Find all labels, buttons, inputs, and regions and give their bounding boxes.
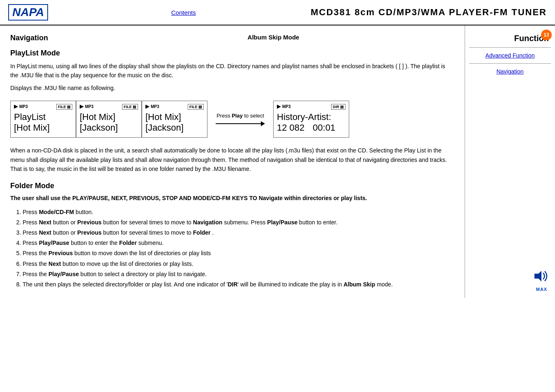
folder-mode-heading: Folder Mode (10, 182, 454, 190)
box3-tag1: MP3 (151, 104, 159, 109)
display-boxes-row: ▶ MP3 FILE ▤ PlayList [Hot Mix] ▶ MP3 FI… (10, 101, 454, 138)
album-skip-heading-container: Album Skip Mode (92, 34, 454, 47)
step-5: Press the Previous button to move down t… (23, 248, 454, 258)
display-box-1: ▶ MP3 FILE ▤ PlayList [Hot Mix] (10, 101, 76, 138)
box1-tag2: FILE ▤ (56, 104, 72, 110)
page-header: NAPA Contents MCD381 8cm CD/MP3/WMA PLAY… (0, 0, 555, 25)
result-tag1: MP3 (282, 104, 291, 109)
result-display-box: ▶ MP3 DIR ▤ History-Artist: 12 082 00:01 (273, 101, 349, 138)
main-layout: Navigation Album Skip Mode PlayList Mode… (0, 25, 555, 298)
arrow-container: Press Play to select (207, 113, 273, 126)
step-3: Press Next button or Previous button for… (23, 228, 454, 238)
result-number: 12 082 (277, 122, 304, 133)
sidebar-divider-1 (469, 47, 551, 48)
napa-logo: NAPA (8, 4, 48, 21)
step-6: Press the Next button to move up the lis… (23, 259, 454, 269)
max-svg-icon (532, 268, 551, 284)
display-box-3: ▶ MP3 FILE ▤ [Hot Mix] [Jackson] (142, 101, 207, 138)
contents-link[interactable]: Contents (171, 9, 196, 16)
playlist-paragraph1: In PlayList menu, using all two lines of… (10, 62, 454, 80)
box3-tag2: FILE ▤ (188, 104, 204, 110)
max-logo-container: MAX (532, 268, 551, 292)
playlist-paragraph3: When a non-CD-DA disk is placed in the u… (10, 146, 454, 173)
box1-line2: [Hot Mix] (14, 122, 72, 133)
play-indicator-3: ▶ (145, 104, 149, 109)
folder-steps-list: Press Mode/CD-FM button. Press Next butt… (18, 207, 454, 290)
playlist-paragraph2: Displays the .M3U file name as following… (10, 83, 454, 92)
nav-heading-container: Navigation (10, 34, 92, 46)
max-text: MAX (536, 287, 547, 292)
result-tag2: DIR ▤ (331, 104, 345, 110)
result-time: 00:01 (313, 122, 335, 133)
arrow-head (261, 121, 265, 126)
step-2: Press Next button or Previous button for… (23, 217, 454, 228)
folder-bold-instruction: The user shall use the PLAY/PAUSE, NEXT,… (10, 194, 454, 203)
box3-line2: [Jackson] (145, 122, 204, 133)
box1-tag1: MP3 (19, 104, 28, 109)
result-play-indicator: ▶ (277, 104, 281, 109)
sidebar: Function 13 Advanced Function Navigation… (465, 25, 555, 298)
step-7: Press the Play/Pause button to select a … (23, 269, 454, 279)
arrow-text: Press Play to select (216, 113, 264, 119)
box2-line1: [Hot Mix] (80, 112, 138, 122)
svg-marker-0 (534, 271, 541, 281)
display-box-2: ▶ MP3 FILE ▤ [Hot Mix] [Jackson] (76, 101, 142, 138)
box3-line1: [Hot Mix] (145, 112, 204, 122)
step-8: The unit then plays the selected directo… (23, 279, 454, 290)
page-title: MCD381 8cm CD/MP3/WMA PLAYER-FM TUNER (311, 7, 547, 18)
sidebar-divider-2 (469, 63, 551, 64)
navigation-heading: Navigation (10, 34, 92, 42)
step-4: Press Play/Pause button to enter the Fol… (23, 238, 454, 248)
playlist-mode-heading: PlayList Mode (10, 49, 454, 58)
box2-line2: [Jackson] (80, 122, 138, 133)
navigation-link[interactable]: Navigation (465, 66, 555, 77)
advanced-function-link[interactable]: Advanced Function (465, 50, 555, 61)
result-line1: History-Artist: (277, 112, 345, 122)
album-skip-heading: Album Skip Mode (92, 34, 454, 41)
play-indicator-1: ▶ (14, 104, 18, 109)
arrow-line (216, 121, 265, 126)
content-area: Navigation Album Skip Mode PlayList Mode… (0, 25, 465, 298)
step-1: Press Mode/CD-FM button. (23, 207, 454, 217)
result-line2: 12 082 00:01 (277, 122, 345, 133)
box2-tag1: MP3 (85, 104, 94, 109)
box1-line1: PlayList (14, 112, 72, 122)
box2-tag2: FILE ▤ (122, 104, 138, 110)
arrow-shaft (216, 123, 261, 124)
max-icon (532, 268, 551, 287)
play-indicator-2: ▶ (80, 104, 83, 109)
sidebar-badge: 13 (541, 30, 552, 40)
header-center: Contents (64, 9, 302, 16)
top-row: Navigation Album Skip Mode (10, 34, 454, 47)
